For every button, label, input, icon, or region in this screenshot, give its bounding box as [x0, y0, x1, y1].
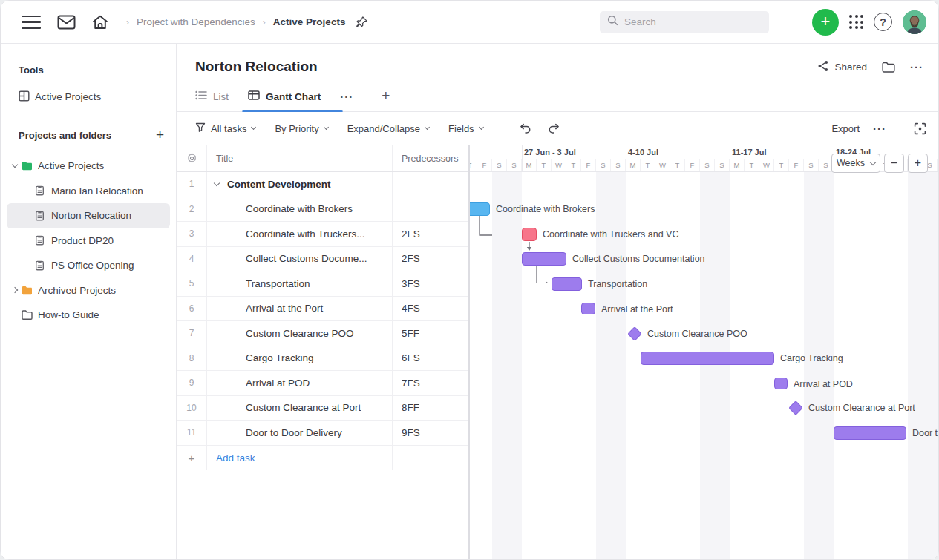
table-row[interactable]: 1Content Development: [177, 172, 468, 197]
expand-collapse-dropdown[interactable]: Expand/Collapse: [347, 123, 429, 134]
chevron-down-icon[interactable]: [12, 162, 18, 168]
predecessor-cell[interactable]: 4FS: [392, 297, 470, 321]
breadcrumb-current[interactable]: Active Projects: [273, 16, 346, 27]
zoom-out-button[interactable]: −: [884, 154, 904, 173]
add-task-row[interactable]: +Add task: [177, 446, 468, 471]
add-task-label[interactable]: Add task: [206, 446, 392, 471]
table-row[interactable]: 2Coordinate with Brokers: [177, 197, 468, 223]
redo-button[interactable]: [548, 123, 560, 134]
predecessor-cell[interactable]: 7FS: [392, 371, 470, 395]
task-title-cell[interactable]: Transportation: [206, 271, 392, 296]
search-input[interactable]: [624, 16, 750, 27]
predecessor-cell[interactable]: [392, 197, 470, 222]
task-title-cell[interactable]: Door to Door Delivery: [206, 421, 392, 445]
fullscreen-icon[interactable]: [914, 122, 926, 135]
export-button[interactable]: Export: [831, 123, 860, 134]
predecessor-cell[interactable]: 5FF: [392, 321, 470, 346]
task-title-cell[interactable]: Content Development: [206, 172, 392, 197]
chevron-right-icon[interactable]: [12, 287, 18, 293]
breadcrumb-parent[interactable]: Project with Dependencies: [137, 16, 255, 27]
create-new-button[interactable]: +: [812, 9, 839, 36]
task-title-cell[interactable]: Collect Customs Docume...: [206, 247, 392, 271]
filter-dropdown[interactable]: All tasks: [195, 122, 255, 135]
table-row[interactable]: 9Arrival at POD7FS: [177, 371, 468, 396]
home-icon[interactable]: [92, 15, 108, 30]
gantt-bar[interactable]: [470, 202, 490, 216]
task-title-cell[interactable]: Custom Clearance POO: [206, 321, 392, 346]
zoom-in-button[interactable]: +: [908, 154, 928, 173]
predecessor-cell[interactable]: 6FS: [392, 346, 470, 371]
task-title-cell[interactable]: Coordinate with Truckers...: [206, 222, 392, 246]
sidebar-item-mario-ian-relocation[interactable]: Mario Ian Relocation: [7, 179, 170, 204]
predecessor-cell[interactable]: 9FS: [392, 421, 470, 445]
predecessor-cell[interactable]: 2FS: [392, 222, 470, 246]
table-row[interactable]: 3Coordinate with Truckers...2FS: [177, 222, 468, 247]
tab-label: Gantt Chart: [266, 91, 321, 102]
inbox-mail-icon[interactable]: [57, 15, 76, 30]
timescale-dropdown[interactable]: Weeks: [831, 154, 880, 173]
gantt-bar[interactable]: [552, 277, 582, 291]
gantt-milestone[interactable]: [627, 326, 642, 341]
sidebar-item-active-projects[interactable]: Active Projects: [7, 154, 170, 179]
day-letter: M: [730, 159, 745, 171]
group-by-dropdown[interactable]: By Priority: [275, 123, 327, 134]
add-task-plus-icon[interactable]: +: [177, 446, 206, 471]
predecessor-cell[interactable]: 8FF: [392, 396, 470, 421]
page-title: Norton Relocation: [195, 59, 318, 75]
hamburger-menu-icon[interactable]: [22, 16, 41, 29]
sidebar-item-how-to-guide[interactable]: How-to Guide: [7, 303, 170, 328]
toolbar-more-icon[interactable]: ···: [873, 123, 886, 134]
gantt-milestone[interactable]: [788, 401, 803, 415]
table-row[interactable]: 8Cargo Tracking6FS: [177, 346, 468, 372]
row-number: 5: [177, 271, 206, 296]
table-settings-gear-icon[interactable]: [177, 145, 206, 171]
gantt-bar[interactable]: [581, 303, 595, 314]
task-title-cell[interactable]: Custom Clearance at Port: [206, 396, 392, 421]
table-row[interactable]: 11Door to Door Delivery9FS: [177, 421, 468, 446]
folder-icon[interactable]: [882, 62, 895, 73]
tab-list[interactable]: List: [195, 90, 229, 111]
column-header-title[interactable]: Title: [206, 145, 392, 171]
sidebar-item-active-projects-tool[interactable]: Active Projects: [1, 85, 170, 109]
gantt-bar[interactable]: [774, 378, 788, 389]
task-title-cell[interactable]: Arrival at the Port: [206, 297, 392, 321]
task-title-cell[interactable]: Cargo Tracking: [206, 346, 392, 371]
tab-gantt-chart[interactable]: Gantt Chart: [248, 90, 321, 111]
table-row[interactable]: 10Custom Clearance at Port8FF: [177, 396, 468, 421]
tab-options-icon[interactable]: ···: [340, 91, 353, 111]
sidebar-item-ps-office-opening[interactable]: PS Office Opening: [7, 253, 170, 278]
gantt-bar[interactable]: [522, 228, 537, 241]
task-title-cell[interactable]: Arrival at POD: [206, 371, 392, 395]
weekend-stripe: [908, 172, 938, 559]
task-title-cell[interactable]: Coordinate with Brokers: [206, 197, 392, 222]
table-row[interactable]: 6Arrival at the Port4FS: [177, 297, 468, 322]
sidebar-item-product-dp20[interactable]: Product DP20: [7, 228, 170, 254]
day-letter: S: [611, 159, 626, 171]
predecessor-cell[interactable]: [392, 172, 470, 197]
gantt-bar-label: Door to Door Delivery: [912, 426, 938, 440]
apps-grid-icon[interactable]: [849, 15, 863, 29]
more-options-icon[interactable]: ···: [910, 62, 923, 73]
row-number: 9: [177, 371, 206, 395]
fields-dropdown[interactable]: Fields: [448, 123, 483, 134]
gantt-bar[interactable]: [522, 252, 566, 266]
shared-button[interactable]: Shared: [817, 60, 867, 74]
help-icon[interactable]: ?: [874, 13, 892, 31]
table-row[interactable]: 4Collect Customs Docume...2FS: [177, 247, 468, 272]
column-header-predecessors[interactable]: Predecessors: [392, 145, 470, 171]
predecessor-cell[interactable]: 3FS: [392, 271, 470, 296]
add-project-button[interactable]: +: [156, 127, 164, 143]
chevron-down-icon[interactable]: [214, 180, 220, 186]
gantt-bar[interactable]: [641, 352, 774, 365]
sidebar-item-archived-projects[interactable]: Archived Projects: [7, 278, 170, 303]
undo-button[interactable]: [520, 123, 531, 134]
pin-icon[interactable]: [356, 16, 368, 28]
predecessor-cell[interactable]: 2FS: [392, 247, 470, 271]
table-row[interactable]: 7Custom Clearance POO5FF: [177, 321, 468, 346]
table-row[interactable]: 5Transportation3FS: [177, 271, 468, 297]
gantt-bar[interactable]: [834, 426, 906, 440]
row-number: 1: [177, 172, 206, 197]
avatar[interactable]: [903, 10, 926, 34]
sidebar-item-norton-relocation[interactable]: Norton Relocation: [7, 203, 170, 228]
add-view-button[interactable]: +: [382, 88, 390, 111]
